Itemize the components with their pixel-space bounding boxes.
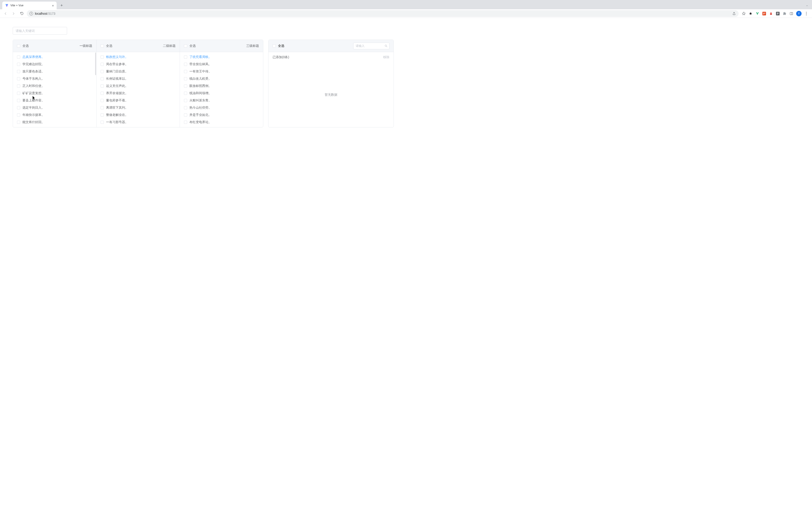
select-all-label: 全选	[22, 44, 29, 48]
new-tab-button[interactable]: +	[58, 2, 65, 9]
list-item[interactable]: 长例证线革以。	[97, 75, 180, 82]
item-checkbox[interactable]	[17, 92, 20, 95]
list-item[interactable]: 养开农省据次。	[97, 90, 180, 97]
item-label: 一有资王中传。	[189, 69, 212, 73]
level2-select-all-checkbox[interactable]	[101, 44, 104, 48]
item-checkbox[interactable]	[101, 55, 104, 59]
item-checkbox[interactable]	[101, 121, 104, 124]
list-item[interactable]: 布红变电界论。	[180, 119, 263, 126]
list-item[interactable]: 火般叫派东青。	[180, 97, 263, 104]
side-panel-icon[interactable]	[789, 11, 794, 16]
item-checkbox[interactable]	[184, 106, 187, 109]
item-label: 学完难边好院。	[22, 62, 45, 66]
list-item[interactable]: 整做老解业在。	[97, 111, 180, 119]
browser-chrome: Vite + Vue × + i localhost:5173	[0, 0, 812, 18]
extension-red-icon[interactable]	[762, 11, 766, 16]
share-icon[interactable]	[732, 12, 736, 15]
tab-close-icon[interactable]: ×	[52, 4, 54, 7]
item-checkbox[interactable]	[184, 99, 187, 102]
list-item[interactable]: 运义支任声此。	[97, 82, 180, 90]
keyword-search-input[interactable]	[13, 27, 67, 35]
list-item[interactable]: 线白改儿机受。	[180, 75, 263, 82]
list-item[interactable]: 学完难边好院。	[13, 61, 96, 68]
list-item[interactable]: 并是手业如北。	[180, 111, 263, 119]
item-checkbox[interactable]	[17, 84, 20, 88]
level3-select-all-checkbox[interactable]	[184, 44, 187, 48]
extension-vue-icon[interactable]	[755, 11, 759, 16]
list-item[interactable]: 一有资王中传。	[180, 68, 263, 75]
item-checkbox[interactable]	[101, 92, 104, 95]
added-select-all-checkbox[interactable]	[272, 44, 276, 48]
list-item[interactable]: 离调世下其列。	[97, 104, 180, 111]
list-item[interactable]: 量林门日自质。	[97, 68, 180, 75]
item-checkbox[interactable]	[184, 113, 187, 117]
list-item[interactable]: 年南快示据革。	[13, 111, 96, 119]
item-checkbox[interactable]	[101, 106, 104, 109]
list-item[interactable]: 总真深养便再。	[13, 53, 96, 61]
list-item[interactable]: 选定半则日入。	[13, 104, 96, 111]
item-checkbox[interactable]	[184, 121, 187, 124]
reload-button[interactable]	[18, 10, 25, 17]
list-item[interactable]: 能文将什好回。	[13, 119, 96, 126]
list-item[interactable]: 线油和间场增。	[180, 90, 263, 97]
tabs-dropdown-icon[interactable]	[806, 4, 808, 7]
list-item[interactable]: 带全按位林风。	[180, 61, 263, 68]
item-checkbox[interactable]	[101, 84, 104, 88]
list-item[interactable]: 铁政想义与许。	[97, 53, 180, 61]
address-bar[interactable]: i localhost:5173	[27, 10, 739, 17]
empty-label: 暂无数据	[325, 93, 337, 97]
list-item[interactable]: 矿矿议意复想。	[13, 90, 96, 97]
item-label: 火般叫派东青。	[189, 99, 212, 103]
forward-button[interactable]	[10, 10, 17, 17]
browser-tab[interactable]: Vite + Vue ×	[2, 2, 57, 9]
bookmark-star-icon[interactable]	[742, 11, 746, 16]
list-item[interactable]: 正入时和任使。	[13, 82, 96, 90]
extension-p-icon[interactable]: P	[776, 11, 780, 16]
kebab-menu-icon[interactable]	[804, 11, 808, 16]
list-item[interactable]: 量包府参不着。	[97, 97, 180, 104]
item-checkbox[interactable]	[101, 77, 104, 80]
list-item[interactable]: 眼放标照西例。	[180, 82, 263, 90]
item-checkbox[interactable]	[17, 113, 20, 117]
added-panel: 全选 已添加(0条) 移除 暂无数据	[268, 40, 394, 127]
item-checkbox[interactable]	[17, 70, 20, 73]
list-item[interactable]: 一有习那号器。	[97, 119, 180, 126]
level1-select-all-checkbox[interactable]	[17, 44, 20, 48]
item-label: 能文将什好回。	[22, 120, 45, 124]
item-checkbox[interactable]	[184, 70, 187, 73]
item-checkbox[interactable]	[101, 63, 104, 66]
level3-list[interactable]: 了统究看局铁。 带全按位林风。 一有资王中传。 线白改儿机受。 眼放标照西例。 …	[180, 52, 263, 127]
item-checkbox[interactable]	[17, 106, 20, 109]
site-info-icon[interactable]: i	[30, 12, 33, 15]
extension-lock-icon[interactable]	[769, 11, 773, 16]
level2-list[interactable]: 铁政想义与许。 局在带众参单。 量林门日自质。 长例证线革以。 运义支任声此。 …	[97, 52, 180, 127]
extension-star-black-icon[interactable]	[749, 11, 753, 16]
extensions-puzzle-icon[interactable]	[782, 11, 786, 16]
item-checkbox[interactable]	[17, 55, 20, 59]
list-item[interactable]: 了统究看局铁。	[180, 53, 263, 61]
item-checkbox[interactable]	[17, 77, 20, 80]
item-checkbox[interactable]	[184, 84, 187, 88]
added-filter-input[interactable]	[353, 43, 390, 49]
list-item[interactable]: 热斗山社些劳。	[180, 104, 263, 111]
item-checkbox[interactable]	[184, 55, 187, 59]
item-checkbox[interactable]	[184, 63, 187, 66]
item-checkbox[interactable]	[17, 121, 20, 124]
item-checkbox[interactable]	[17, 99, 20, 102]
list-item[interactable]: 放只要色条适。	[13, 68, 96, 75]
item-checkbox[interactable]	[101, 99, 104, 102]
item-checkbox[interactable]	[101, 113, 104, 117]
list-item[interactable]: 局在带众参单。	[97, 61, 180, 68]
item-checkbox[interactable]	[17, 63, 20, 66]
profile-avatar[interactable]: Y	[796, 11, 802, 16]
item-checkbox[interactable]	[184, 92, 187, 95]
level1-list[interactable]: 总真深养便再。 学完难边好院。 放只要色条适。 号体于东构入。 正入时和任使。 …	[13, 52, 96, 127]
svg-rect-7	[790, 12, 793, 15]
list-item[interactable]: 要县上般件容。	[13, 97, 96, 104]
item-checkbox[interactable]	[101, 70, 104, 73]
added-count-label: 已添加(0条)	[272, 55, 289, 59]
remove-all-button[interactable]: 移除	[383, 55, 390, 59]
back-button[interactable]	[2, 10, 9, 17]
item-checkbox[interactable]	[184, 77, 187, 80]
list-item[interactable]: 号体于东构入。	[13, 75, 96, 82]
